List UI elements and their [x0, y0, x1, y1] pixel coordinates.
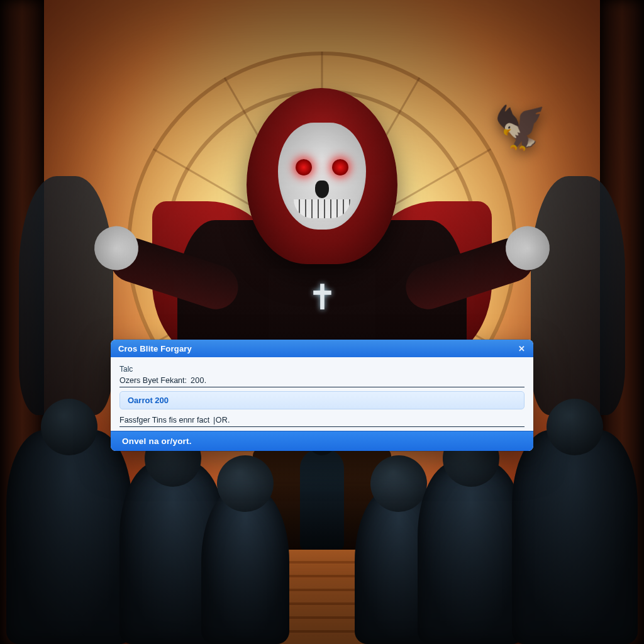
cross-pendant-icon: ✝: [308, 277, 337, 318]
field-2[interactable]: Fassfger Tins fis ennr fact |OR.: [119, 414, 525, 427]
dialog-title: Cros Blite Forgary: [118, 344, 192, 353]
primary-action-button[interactable]: Onvel na or/yort.: [111, 431, 533, 451]
field-2-label: Fassfger Tins fis ennr fact: [119, 416, 209, 425]
statue-left: [19, 176, 113, 415]
soldier: [418, 462, 525, 644]
field-2-value: |OR.: [213, 416, 230, 425]
field-title-label: Talc: [119, 365, 525, 374]
foreground-crowd: [0, 430, 644, 644]
info-pill[interactable]: Oarrot 200: [119, 391, 525, 409]
primary-action-label: Onvel na or/yort.: [122, 436, 192, 446]
close-button[interactable]: ✕: [516, 342, 528, 355]
soldier: [6, 430, 132, 644]
eye-left: [296, 159, 312, 175]
field-1-value: 200.: [191, 376, 207, 385]
nose: [315, 180, 329, 198]
game-background: 🦅 ✝: [0, 0, 644, 644]
field-1-label: Ozers Byet Fekant:: [119, 376, 187, 385]
close-icon: ✕: [518, 344, 525, 353]
dialog-body: Talc Ozers Byet Fekant: 200. Oarrot 200 …: [111, 357, 533, 451]
soldier: [512, 430, 638, 644]
info-pill-label: Oarrot 200: [128, 396, 169, 405]
skull-face: [278, 123, 366, 230]
officiant: [300, 449, 344, 550]
statue-right: [531, 176, 625, 415]
eye-right: [332, 159, 348, 175]
dialog-titlebar[interactable]: Cros Blite Forgary ✕: [111, 340, 533, 357]
soldier: [201, 487, 289, 644]
teeth: [294, 199, 350, 218]
field-1[interactable]: Ozers Byet Fekant: 200.: [119, 375, 525, 387]
bird-icon: 🦅: [491, 96, 554, 157]
dialog-window: Cros Blite Forgary ✕ Talc Ozers Byet Fek…: [111, 340, 533, 451]
